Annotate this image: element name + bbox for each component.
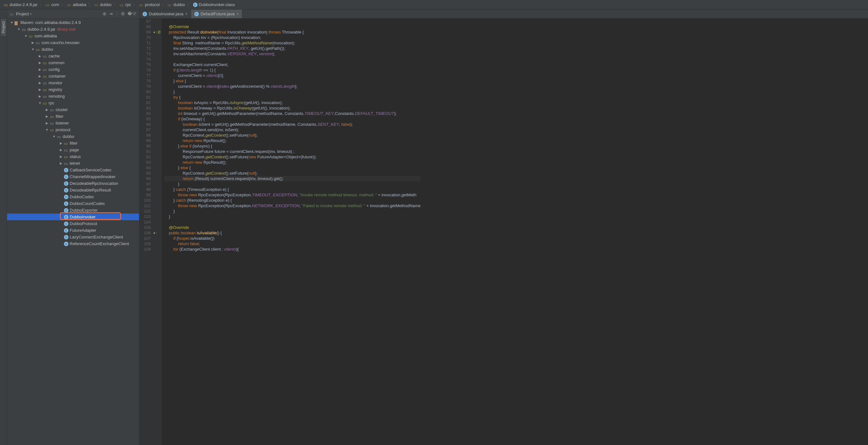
breadcrumb-item[interactable]: protocol bbox=[138, 2, 161, 7]
hide-icon[interactable]: �マ bbox=[127, 11, 136, 17]
tree-item-common[interactable]: ▶common bbox=[7, 59, 139, 66]
breadcrumb-item[interactable]: dubbo bbox=[93, 2, 113, 7]
expand-arrow-icon[interactable]: ▶ bbox=[59, 155, 63, 158]
project-tree[interactable]: ▼Maven: com.alibaba:dubbo:2.4.9▼dubbo-2.… bbox=[7, 19, 139, 445]
locate-icon[interactable]: ⊕ bbox=[102, 11, 106, 17]
tree-item-container[interactable]: ▶container bbox=[7, 73, 139, 79]
breadcrumb-item[interactable]: com bbox=[44, 2, 60, 7]
expand-arrow-icon[interactable]: ▶ bbox=[38, 74, 42, 78]
expand-arrow-icon[interactable]: ▼ bbox=[17, 28, 21, 31]
expand-arrow-icon[interactable]: ▶ bbox=[38, 61, 42, 65]
expand-arrow-icon[interactable]: ▶ bbox=[45, 114, 49, 118]
tree-item-lazyconnectexchangeclient[interactable]: ▶LazyConnectExchangeClient bbox=[7, 234, 139, 240]
expand-arrow-icon[interactable]: ▼ bbox=[38, 101, 42, 105]
pkg-icon bbox=[43, 67, 47, 72]
chevron-down-icon[interactable]: ▾ bbox=[30, 12, 32, 15]
breadcrumb-item[interactable]: rpc bbox=[118, 2, 132, 7]
folder-icon bbox=[139, 3, 144, 7]
tree-item-page[interactable]: ▶page bbox=[7, 146, 139, 153]
expand-arrow-icon[interactable]: ▼ bbox=[31, 47, 35, 51]
breadcrumb-label: rpc bbox=[125, 2, 131, 7]
gutter-marks: ●↑@●↑ bbox=[153, 19, 162, 445]
breadcrumb-item[interactable]: dubbo-2.4.9.jar bbox=[3, 2, 39, 7]
tree-item-futureadapter[interactable]: ▶FutureAdapter bbox=[7, 227, 139, 234]
close-icon[interactable]: × bbox=[237, 12, 239, 16]
tree-item-callbackservicecodec[interactable]: ▶CallbackServiceCodec bbox=[7, 167, 139, 173]
tree-item-config[interactable]: ▶config bbox=[7, 66, 139, 73]
code-editor[interactable]: 6768697071727374757677787980818283848586… bbox=[140, 19, 868, 445]
pkg-icon bbox=[64, 155, 68, 159]
tree-label: filter bbox=[70, 141, 78, 145]
tree-item-dubboinvoker[interactable]: ▶DubboInvoker bbox=[7, 213, 139, 220]
tree-item-com-alibaba[interactable]: ▼com.alibaba bbox=[7, 33, 139, 39]
tree-item-cache[interactable]: ▶cache bbox=[7, 53, 139, 59]
tree-item-monitor[interactable]: ▶monitor bbox=[7, 79, 139, 86]
breadcrumb-item[interactable]: dubbo bbox=[166, 2, 186, 7]
tree-item-protocol[interactable]: ▼protocol bbox=[7, 127, 139, 133]
tree-item-dubbo-2-4-9-jar[interactable]: ▼dubbo-2.4.9.jarlibrary root bbox=[7, 26, 139, 33]
expand-arrow-icon[interactable]: ▶ bbox=[59, 141, 63, 145]
expand-arrow-icon[interactable]: ▶ bbox=[45, 121, 49, 125]
expand-arrow-icon[interactable]: ▶ bbox=[38, 95, 42, 98]
tree-item-decodeablerpcresult[interactable]: ▶DecodeableRpcResult bbox=[7, 187, 139, 194]
collapse-all-icon[interactable]: ⇥ bbox=[109, 11, 113, 17]
expand-arrow-icon[interactable]: ▼ bbox=[45, 128, 49, 132]
tree-label: filter bbox=[56, 114, 64, 119]
expand-arrow-icon[interactable]: ▶ bbox=[38, 81, 42, 84]
tree-item-maven-com-alibaba-dubbo-2-4-9[interactable]: ▼Maven: com.alibaba:dubbo:2.4.9 bbox=[7, 19, 139, 26]
tree-label: DubboCodec bbox=[70, 195, 94, 199]
tree-item-dubbocountcodec[interactable]: ▶DubboCountCodec bbox=[7, 200, 139, 207]
class-icon bbox=[64, 242, 68, 246]
tree-item-filter[interactable]: ▶filter bbox=[7, 113, 139, 120]
tree-item-registry[interactable]: ▶registry bbox=[7, 86, 139, 93]
tree-item-dubbo[interactable]: ▼dubbo bbox=[7, 133, 139, 140]
breadcrumb-item[interactable]: DubboInvoker.class bbox=[192, 2, 236, 7]
tree-item-com-caucho-hessian[interactable]: ▶com.caucho.hessian bbox=[7, 39, 139, 46]
tree-item-remoting[interactable]: ▶remoting bbox=[7, 93, 139, 100]
expand-arrow-icon[interactable]: ▼ bbox=[52, 135, 56, 138]
breadcrumb-label: DubboInvoker.class bbox=[199, 2, 235, 7]
tree-item-listener[interactable]: ▶listener bbox=[7, 120, 139, 127]
tool-window-stripe: Project bbox=[0, 9, 7, 445]
tree-item-telnet[interactable]: ▶telnet bbox=[7, 160, 139, 167]
project-tool-window-button[interactable]: Project bbox=[1, 19, 6, 35]
tree-label: common bbox=[49, 60, 65, 65]
tree-item-status[interactable]: ▶status bbox=[7, 153, 139, 160]
expand-arrow-icon[interactable]: ▶ bbox=[38, 68, 42, 71]
editor-tab[interactable]: DubboInvoker.java× bbox=[140, 9, 191, 18]
expand-arrow-icon[interactable]: ▶ bbox=[38, 54, 42, 58]
gear-icon[interactable]: ⚙ bbox=[121, 11, 125, 17]
editor-tabs: DubboInvoker.java×DefaultFuture.java× bbox=[140, 9, 868, 19]
class-icon bbox=[64, 215, 68, 219]
expand-arrow-icon[interactable]: ▼ bbox=[24, 34, 28, 38]
expand-arrow-icon[interactable]: ▶ bbox=[45, 108, 49, 111]
editor-tab[interactable]: DefaultFuture.java× bbox=[191, 9, 242, 18]
expand-arrow-icon[interactable]: ▶ bbox=[31, 41, 35, 44]
tree-item-dubbocodec[interactable]: ▶DubboCodec bbox=[7, 194, 139, 200]
pkg-icon bbox=[43, 94, 47, 99]
tree-item-dubbo[interactable]: ▼dubbo bbox=[7, 46, 139, 53]
tree-item-filter[interactable]: ▶filter bbox=[7, 140, 139, 146]
breadcrumb-separator: 〉 bbox=[187, 2, 191, 8]
tree-item-decodeablerpcinvocation[interactable]: ▶DecodeableRpcInvocation bbox=[7, 180, 139, 187]
tree-item-dubboprotocol[interactable]: ▶DubboProtocol bbox=[7, 220, 139, 227]
class-icon bbox=[193, 3, 197, 7]
expand-arrow-icon[interactable]: ▼ bbox=[9, 21, 14, 24]
tree-item-cluster[interactable]: ▶cluster bbox=[7, 106, 139, 113]
expand-arrow-icon[interactable]: ▶ bbox=[59, 162, 63, 165]
expand-arrow-icon[interactable]: ▶ bbox=[38, 88, 42, 91]
tree-item-channelwrappedinvoker[interactable]: ▶ChannelWrappedInvoker bbox=[7, 173, 139, 180]
pkg-icon bbox=[29, 34, 33, 38]
close-icon[interactable]: × bbox=[185, 12, 188, 16]
folder-icon bbox=[45, 3, 50, 7]
tree-label: telnet bbox=[70, 161, 80, 166]
tree-item-dubboexporter[interactable]: ▶DubboExporter bbox=[7, 207, 139, 213]
tree-label: Maven: com.alibaba:dubbo:2.4.9 bbox=[21, 20, 81, 25]
pkg-icon bbox=[43, 88, 47, 92]
code-content[interactable]: @Override protected Result doInvoke(fina… bbox=[162, 19, 421, 445]
panel-title[interactable]: Project bbox=[16, 11, 29, 16]
tree-item-referencecountexchangeclient[interactable]: ▶ReferenceCountExchangeClient bbox=[7, 240, 139, 247]
breadcrumb-item[interactable]: alibaba bbox=[66, 2, 88, 7]
expand-arrow-icon[interactable]: ▶ bbox=[59, 148, 63, 151]
tree-item-rpc[interactable]: ▼rpc bbox=[7, 100, 139, 106]
